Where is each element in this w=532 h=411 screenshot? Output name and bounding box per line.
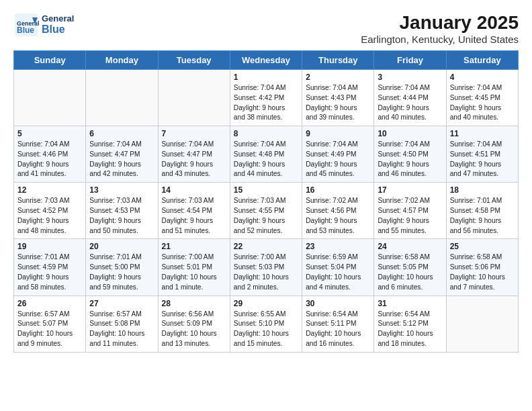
location-title: Earlington, Kentucky, United States [361,34,519,45]
calendar-cell: 16Sunrise: 7:02 AM Sunset: 4:56 PM Dayli… [302,183,374,239]
day-info: Sunrise: 7:00 AM Sunset: 5:03 PM Dayligh… [234,253,298,292]
calendar-cell: 8Sunrise: 7:04 AM Sunset: 4:48 PM Daylig… [230,126,302,183]
calendar-cell: 19Sunrise: 7:01 AM Sunset: 4:59 PM Dayli… [14,239,86,295]
weekday-header-row: SundayMondayTuesdayWednesdayThursdayFrid… [14,51,519,70]
calendar-cell: 7Sunrise: 7:04 AM Sunset: 4:47 PM Daylig… [158,126,230,183]
weekday-header-thursday: Thursday [302,51,374,70]
day-info: Sunrise: 7:00 AM Sunset: 5:01 PM Dayligh… [162,253,226,292]
day-number: 9 [306,129,370,138]
calendar-cell: 3Sunrise: 7:04 AM Sunset: 4:44 PM Daylig… [374,70,446,126]
calendar-cell: 25Sunrise: 6:58 AM Sunset: 5:06 PM Dayli… [446,239,518,295]
day-info: Sunrise: 7:04 AM Sunset: 4:46 PM Dayligh… [17,140,82,179]
calendar-cell: 2Sunrise: 7:04 AM Sunset: 4:43 PM Daylig… [302,70,374,126]
calendar-cell [446,295,518,352]
weekday-header-monday: Monday [86,51,158,70]
day-info: Sunrise: 6:55 AM Sunset: 5:10 PM Dayligh… [234,310,298,349]
day-number: 2 [306,73,370,82]
calendar-cell: 20Sunrise: 7:01 AM Sunset: 5:00 PM Dayli… [86,239,158,295]
calendar-week-row: 26Sunrise: 6:57 AM Sunset: 5:07 PM Dayli… [14,295,519,352]
day-number: 25 [450,242,515,251]
calendar-cell: 17Sunrise: 7:02 AM Sunset: 4:57 PM Dayli… [374,183,446,239]
day-info: Sunrise: 6:57 AM Sunset: 5:08 PM Dayligh… [89,310,154,349]
day-info: Sunrise: 7:04 AM Sunset: 4:51 PM Dayligh… [450,140,515,179]
day-info: Sunrise: 7:01 AM Sunset: 5:00 PM Dayligh… [89,253,154,292]
calendar-cell: 11Sunrise: 7:04 AM Sunset: 4:51 PM Dayli… [446,126,518,183]
calendar-cell: 30Sunrise: 6:54 AM Sunset: 5:11 PM Dayli… [302,295,374,352]
weekday-header-friday: Friday [374,51,446,70]
month-title: January 2025 [361,12,519,34]
calendar-week-row: 12Sunrise: 7:03 AM Sunset: 4:52 PM Dayli… [14,183,519,239]
day-info: Sunrise: 7:04 AM Sunset: 4:47 PM Dayligh… [162,140,226,179]
logo-text: General Blue [42,14,74,36]
day-info: Sunrise: 7:01 AM Sunset: 4:59 PM Dayligh… [17,253,82,292]
day-info: Sunrise: 6:58 AM Sunset: 5:05 PM Dayligh… [378,253,442,292]
day-info: Sunrise: 6:57 AM Sunset: 5:07 PM Dayligh… [17,310,82,349]
day-info: Sunrise: 7:04 AM Sunset: 4:48 PM Dayligh… [234,140,298,179]
day-number: 7 [162,129,226,138]
calendar-week-row: 1Sunrise: 7:04 AM Sunset: 4:42 PM Daylig… [14,70,519,126]
day-number: 14 [162,185,226,195]
calendar-cell: 12Sunrise: 7:03 AM Sunset: 4:52 PM Dayli… [14,183,86,239]
day-number: 31 [378,299,442,308]
day-number: 27 [89,299,154,308]
day-info: Sunrise: 7:02 AM Sunset: 4:56 PM Dayligh… [306,196,370,236]
calendar-table: SundayMondayTuesdayWednesdayThursdayFrid… [13,50,519,353]
calendar-week-row: 5Sunrise: 7:04 AM Sunset: 4:46 PM Daylig… [14,126,519,183]
calendar-cell: 6Sunrise: 7:04 AM Sunset: 4:47 PM Daylig… [86,126,158,183]
page-container: General Blue General Blue January 2025 E… [0,0,532,359]
calendar-cell: 24Sunrise: 6:58 AM Sunset: 5:05 PM Dayli… [374,239,446,295]
day-number: 13 [89,185,154,195]
calendar-cell: 28Sunrise: 6:56 AM Sunset: 5:09 PM Dayli… [158,295,230,352]
day-info: Sunrise: 7:04 AM Sunset: 4:42 PM Dayligh… [234,83,298,123]
calendar-cell: 14Sunrise: 7:03 AM Sunset: 4:54 PM Dayli… [158,183,230,239]
day-number: 30 [306,299,370,308]
calendar-cell: 27Sunrise: 6:57 AM Sunset: 5:08 PM Dayli… [86,295,158,352]
day-info: Sunrise: 7:04 AM Sunset: 4:44 PM Dayligh… [378,83,442,123]
day-info: Sunrise: 7:03 AM Sunset: 4:54 PM Dayligh… [162,196,226,236]
calendar-cell: 5Sunrise: 7:04 AM Sunset: 4:46 PM Daylig… [14,126,86,183]
day-info: Sunrise: 6:54 AM Sunset: 5:11 PM Dayligh… [306,310,370,349]
day-number: 20 [89,242,154,251]
calendar-cell: 23Sunrise: 6:59 AM Sunset: 5:04 PM Dayli… [302,239,374,295]
day-number: 15 [234,185,298,195]
calendar-week-row: 19Sunrise: 7:01 AM Sunset: 4:59 PM Dayli… [14,239,519,295]
logo-blue-label: Blue [42,24,74,36]
day-number: 21 [162,242,226,251]
day-number: 16 [306,185,370,195]
day-info: Sunrise: 7:04 AM Sunset: 4:43 PM Dayligh… [306,83,370,123]
svg-text:Blue: Blue [17,26,34,35]
day-number: 28 [162,299,226,308]
day-number: 23 [306,242,370,251]
day-number: 26 [17,299,82,308]
day-number: 10 [378,129,442,138]
day-number: 5 [17,129,82,138]
day-info: Sunrise: 7:01 AM Sunset: 4:58 PM Dayligh… [450,196,515,236]
calendar-cell: 29Sunrise: 6:55 AM Sunset: 5:10 PM Dayli… [230,295,302,352]
weekday-header-wednesday: Wednesday [230,51,302,70]
logo: General Blue General Blue [13,12,74,38]
title-block: January 2025 Earlington, Kentucky, Unite… [361,12,519,45]
day-info: Sunrise: 6:59 AM Sunset: 5:04 PM Dayligh… [306,253,370,292]
day-info: Sunrise: 6:58 AM Sunset: 5:06 PM Dayligh… [450,253,515,292]
day-info: Sunrise: 7:04 AM Sunset: 4:50 PM Dayligh… [378,140,442,179]
weekday-header-sunday: Sunday [14,51,86,70]
calendar-cell: 31Sunrise: 6:54 AM Sunset: 5:12 PM Dayli… [374,295,446,352]
calendar-cell: 9Sunrise: 7:04 AM Sunset: 4:49 PM Daylig… [302,126,374,183]
day-number: 24 [378,242,442,251]
day-number: 1 [234,73,298,82]
calendar-cell: 10Sunrise: 7:04 AM Sunset: 4:50 PM Dayli… [374,126,446,183]
day-info: Sunrise: 7:03 AM Sunset: 4:53 PM Dayligh… [89,196,154,236]
day-info: Sunrise: 6:54 AM Sunset: 5:12 PM Dayligh… [378,310,442,349]
day-number: 11 [450,129,515,138]
weekday-header-saturday: Saturday [446,51,518,70]
calendar-cell: 1Sunrise: 7:04 AM Sunset: 4:42 PM Daylig… [230,70,302,126]
day-info: Sunrise: 6:56 AM Sunset: 5:09 PM Dayligh… [162,310,226,349]
calendar-cell: 21Sunrise: 7:00 AM Sunset: 5:01 PM Dayli… [158,239,230,295]
day-number: 29 [234,299,298,308]
day-number: 22 [234,242,298,251]
calendar-cell: 26Sunrise: 6:57 AM Sunset: 5:07 PM Dayli… [14,295,86,352]
calendar-cell: 22Sunrise: 7:00 AM Sunset: 5:03 PM Dayli… [230,239,302,295]
calendar-cell: 18Sunrise: 7:01 AM Sunset: 4:58 PM Dayli… [446,183,518,239]
day-number: 19 [17,242,82,251]
header: General Blue General Blue January 2025 E… [13,12,519,45]
